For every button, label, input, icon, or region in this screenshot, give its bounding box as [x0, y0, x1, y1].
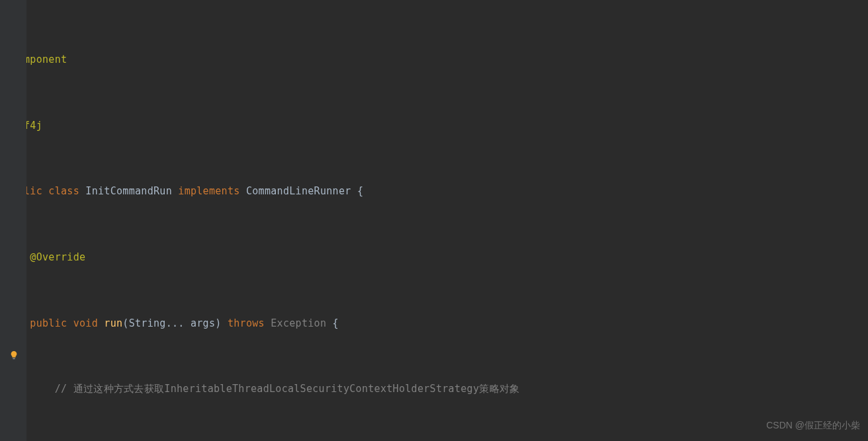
method-name: run: [104, 313, 122, 335]
code-area[interactable]: @Component @Slf4j public class InitComma…: [0, 5, 868, 441]
gutter: [0, 0, 26, 441]
code-line: @Slf4j: [0, 115, 868, 138]
annotation: @Override: [30, 247, 85, 268]
svg-rect-0: [13, 358, 15, 359]
code-line: @Component: [0, 49, 868, 71]
code-line: public void run(String... args) throws E…: [0, 312, 868, 335]
watermark: CSDN @假正经的小柴: [766, 415, 860, 436]
code-line: @Override: [0, 247, 868, 269]
comment: // 通过这种方式去获取InheritableThreadLocalSecuri…: [55, 378, 520, 400]
code-line: public class InitCommandRun implements C…: [0, 180, 868, 203]
code-editor[interactable]: @Component @Slf4j public class InitComma…: [0, 0, 868, 441]
intention-bulb-icon[interactable]: [9, 346, 19, 355]
code-line: // 通过这种方式去获取InheritableThreadLocalSecuri…: [0, 378, 868, 401]
